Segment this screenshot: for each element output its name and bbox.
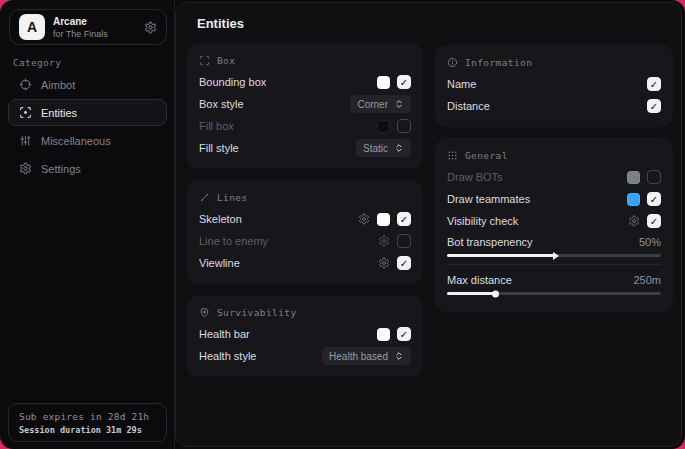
category-label: Category [13,57,61,68]
gear-icon[interactable] [628,215,640,227]
setting-label: Box style [199,98,244,110]
subscription-info-box: Sub expires in 28d 21h Session duration … [8,403,167,442]
health-style-select[interactable]: Health based [322,347,411,365]
setting-row-viewline: Viewline [199,252,411,274]
info-icon [447,57,458,68]
setting-label: Health bar [199,328,250,340]
slider-arrow-handle[interactable] [553,252,559,260]
box-brackets-icon [199,55,210,66]
gear-icon[interactable] [358,213,370,225]
page-title: Entities [197,16,244,31]
app-window: A Arcane for The Finals Category Aimbot … [0,0,685,449]
color-swatch[interactable] [377,76,390,89]
app-subtitle: for The Finals [53,29,108,39]
grid-icon [447,150,458,161]
card-title: Box [217,55,235,66]
right-column: Information Name Distance [435,45,673,323]
bot-transparency-slider[interactable] [447,254,661,257]
lines-card: Lines Skeleton Line to enemy [187,180,423,284]
box-style-select[interactable]: Corner [350,95,411,113]
checkbox[interactable] [397,234,411,248]
select-value: Static [363,143,388,154]
sidebar-item-label: Settings [41,163,81,175]
checkbox[interactable] [647,170,661,184]
scan-icon [19,106,32,119]
survivability-card: Survivability Health bar Health style [187,295,423,377]
setting-label: Draw teammates [447,193,530,205]
setting-row-fill-style: Fill style Static [199,137,411,159]
gear-icon[interactable] [378,257,390,269]
setting-label: Fill style [199,142,239,154]
checkbox[interactable] [647,99,661,113]
slider-knob-handle[interactable] [492,290,499,297]
setting-row-health-style: Health style Health based [199,345,411,367]
setting-label: Viewline [199,257,240,269]
lines-card-header: Lines [199,190,411,203]
checkbox[interactable] [397,75,411,89]
sidebar-item-label: Entities [41,107,77,119]
setting-row-fill-box: Fill box [199,115,411,137]
app-title-block: Arcane for The Finals [53,16,108,39]
general-card: General Draw BOTs Draw teammates [435,138,673,312]
setting-row-skeleton: Skeleton [199,208,411,230]
setting-label: Health style [199,350,256,362]
header-gear-icon[interactable] [144,21,157,34]
sidebar-item-miscellaneous[interactable]: Miscellaneous [8,127,167,154]
setting-row-draw-teammates: Draw teammates [447,188,661,210]
app-header: A Arcane for The Finals [9,9,167,45]
setting-label: Visibility check [447,215,518,227]
checkbox[interactable] [397,256,411,270]
sidebar-item-label: Miscellaneous [41,135,111,147]
information-card-header: Information [447,55,661,68]
chevrons-up-down-icon [394,99,404,109]
shield-icon [199,307,210,318]
app-name: Arcane [53,16,108,27]
survivability-card-header: Survivability [199,305,411,318]
max-distance-slider-group: Max distance 250m [447,270,661,295]
gear-icon [19,162,32,175]
fill-style-select[interactable]: Static [356,139,411,157]
sidebar: A Arcane for The Finals Category Aimbot … [0,0,175,449]
setting-row-name: Name [447,73,661,95]
gear-icon[interactable] [378,235,390,247]
slider-value: 50% [639,236,661,248]
information-card: Information Name Distance [435,45,673,127]
card-title: Survivability [217,307,297,318]
setting-label: Draw BOTs [447,171,503,183]
checkbox[interactable] [647,77,661,91]
setting-row-visibility-check: Visibility check [447,210,661,232]
sliders-icon [19,134,32,147]
color-swatch[interactable] [377,120,390,133]
checkbox[interactable] [647,214,661,228]
crosshair-icon [19,78,32,91]
color-swatch[interactable] [377,213,390,226]
sidebar-item-entities[interactable]: Entities [8,99,167,126]
sub-expiry-text: Sub expires in 28d 21h [19,411,156,422]
card-title: General [465,150,508,161]
desktop-background: A Arcane for The Finals Category Aimbot … [0,0,685,449]
max-distance-slider[interactable] [447,292,661,295]
slider-value: 250m [633,274,661,286]
bot-transparency-slider-group: Bot transpenency 50% [447,232,661,257]
left-column: Box Bounding box Box style Corne [187,43,423,388]
app-logo: A [19,14,45,40]
checkbox[interactable] [397,119,411,133]
main-panel: Entities Box Bounding box [175,2,682,447]
card-title: Information [465,57,532,68]
card-title: Lines [217,192,248,203]
sidebar-item-aimbot[interactable]: Aimbot [8,71,167,98]
setting-row-distance: Distance [447,95,661,117]
sidebar-item-settings[interactable]: Settings [8,155,167,182]
color-swatch[interactable] [627,171,640,184]
checkbox[interactable] [647,192,661,206]
setting-row-line-to-enemy: Line to enemy [199,230,411,252]
checkbox[interactable] [397,212,411,226]
color-swatch[interactable] [627,193,640,206]
slider-label: Max distance [447,274,512,286]
checkbox[interactable] [397,327,411,341]
select-value: Corner [357,99,388,110]
setting-label: Skeleton [199,213,242,225]
select-value: Health based [329,351,388,362]
setting-label: Fill box [199,120,234,132]
color-swatch[interactable] [377,328,390,341]
